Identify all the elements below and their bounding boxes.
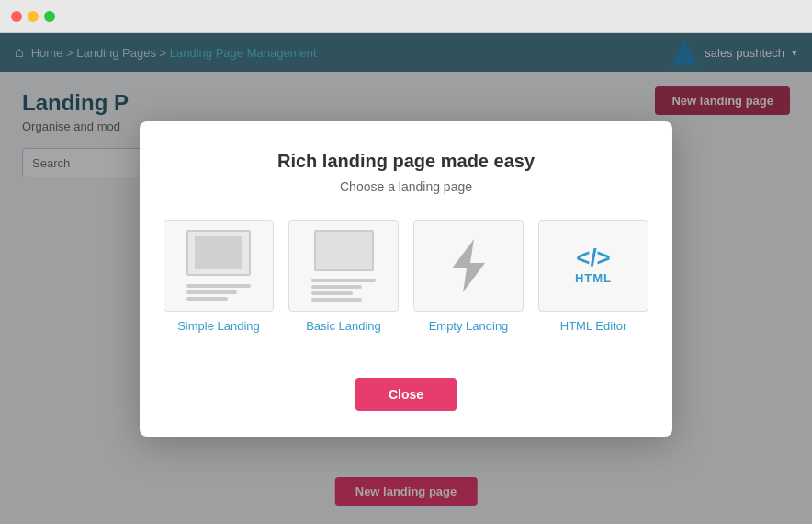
monitor-screen <box>195 236 242 269</box>
preview-line-b3 <box>311 291 353 295</box>
monitor-icon-basic <box>314 230 374 271</box>
html-text-label: HTML <box>575 271 612 285</box>
browser-chrome <box>0 0 812 33</box>
card-label-html: HTML Editor <box>560 319 626 333</box>
template-card-simple[interactable]: Simple Landing <box>164 220 274 333</box>
preview-html-content: </> HTML <box>539 221 648 311</box>
preview-lines-basic <box>311 279 376 302</box>
modal-divider <box>165 359 647 359</box>
preview-basic-content <box>304 222 383 309</box>
dot-red[interactable] <box>11 11 22 22</box>
preview-lines <box>186 284 251 301</box>
modal-title: Rich landing page made easy <box>165 151 647 172</box>
preview-empty-content <box>414 221 523 311</box>
preview-line-2 <box>186 290 237 294</box>
template-card-basic[interactable]: Basic Landing <box>288 220 399 333</box>
card-preview-html: </> HTML <box>538 220 648 312</box>
dot-yellow[interactable] <box>28 11 39 22</box>
monitor-icon <box>186 230 251 276</box>
card-preview-empty <box>413 220 524 312</box>
card-preview-basic <box>288 220 399 312</box>
card-label-basic: Basic Landing <box>306 319 381 333</box>
card-label-empty: Empty Landing <box>429 319 509 333</box>
close-button[interactable]: Close <box>355 378 457 411</box>
card-preview-simple <box>164 220 274 312</box>
dot-green[interactable] <box>44 11 55 22</box>
preview-simple-content <box>177 221 260 310</box>
bolt-svg-icon <box>445 237 492 294</box>
preview-line-3 <box>186 297 228 301</box>
modal-subtitle: Choose a landing page <box>165 179 647 194</box>
modal-dialog: Rich landing page made easy Choose a lan… <box>140 121 672 437</box>
template-cards-row: Simple Landing <box>165 220 647 333</box>
preview-line-b2 <box>311 285 362 289</box>
preview-line-1 <box>186 284 251 288</box>
card-label-simple: Simple Landing <box>177 319 260 333</box>
svg-marker-0 <box>452 239 485 292</box>
browser-dots <box>11 11 55 22</box>
preview-line-b1 <box>311 279 376 282</box>
html-tag-label: </> <box>576 245 611 269</box>
preview-line-b4 <box>311 298 362 302</box>
template-card-empty[interactable]: Empty Landing <box>413 220 524 333</box>
template-card-html[interactable]: </> HTML HTML Editor <box>538 220 648 333</box>
modal-overlay: Rich landing page made easy Choose a lan… <box>0 33 812 524</box>
background-page: ⌂ Home > Landing Pages > Landing Page Ma… <box>0 33 812 524</box>
